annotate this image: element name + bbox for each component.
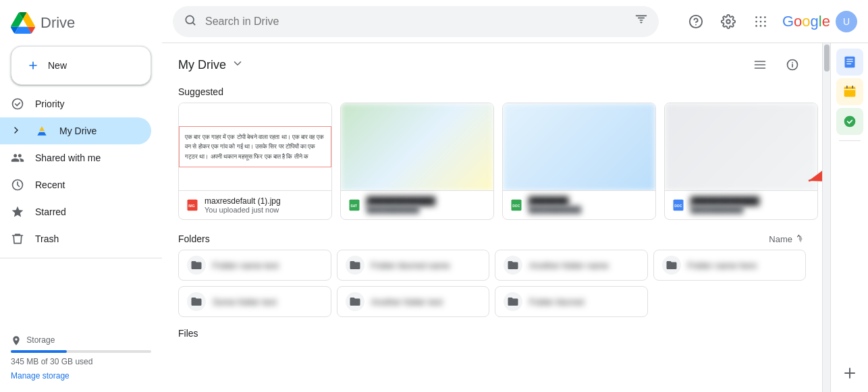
scrollbar-thumb[interactable] [824, 45, 830, 72]
search-bar[interactable] [173, 6, 659, 37]
sidebar-divider [0, 258, 162, 258]
search-input[interactable] [205, 16, 626, 28]
folder-color-icon-4 [662, 256, 681, 275]
sidebar-item-shared[interactable]: Shared with me [0, 144, 151, 171]
folder-item-6[interactable]: Another folder text [337, 286, 490, 317]
suggested-card-4[interactable]: DOC ████████████ ██████████ [664, 103, 818, 220]
app-name: Drive [40, 14, 75, 32]
card-file-info-4: ████████████ ██████████ [690, 196, 811, 214]
folder-item-3[interactable]: Another folder name [495, 250, 648, 281]
folder-item-5[interactable]: Some folder text [178, 286, 331, 317]
card-preview-1: एक बार एक गाहर में एक टोपी बेचने वाला रह… [179, 103, 331, 191]
folder-name-7: Folder blurred [529, 297, 584, 307]
card-filename-1: maxresdefault (1).jpg [205, 196, 325, 206]
folder-name-1: Folder name text [213, 260, 279, 271]
right-panel-docs-button[interactable] [836, 49, 863, 76]
folder-name-4: Folder name here [688, 260, 757, 271]
card-filename-3: ███████ [528, 196, 649, 206]
svg-text:DOC: DOC [512, 204, 520, 208]
settings-button[interactable] [715, 8, 742, 35]
folder-item-2[interactable]: Folder blurred name [337, 250, 490, 281]
sidebar-item-recent[interactable]: Recent [0, 171, 151, 198]
folder-name-6: Another folder text [371, 297, 443, 307]
card-footer-1: IMG maxresdefault (1).jpg You uploaded j… [179, 191, 331, 219]
svg-rect-25 [844, 57, 855, 68]
search-icon [184, 13, 197, 30]
check-circle-icon [11, 97, 24, 111]
card-subtitle-2: ██████████ [367, 206, 487, 214]
right-panel-tasks-button[interactable] [836, 108, 863, 135]
svg-point-9 [755, 20, 757, 22]
svg-point-8 [764, 16, 766, 18]
expand-icon [11, 125, 22, 138]
svg-point-13 [760, 25, 762, 27]
sidebar-item-starred[interactable]: Starred [0, 198, 151, 225]
folder-color-icon-5 [187, 292, 206, 311]
sidebar-item-trash[interactable]: Trash [0, 225, 151, 252]
folder-name-2: Folder blurred name [371, 260, 450, 271]
storage-label-text: Storage [26, 335, 55, 345]
sheet-icon-2: SHT [348, 198, 361, 212]
right-panel-calendar-button[interactable] [836, 78, 863, 105]
doc-icon-4: DOC [672, 198, 685, 212]
avatar[interactable]: U [836, 11, 857, 32]
folder-color-icon-6 [346, 292, 364, 311]
suggested-card-1[interactable]: एक बार एक गाहर में एक टोपी बेचने वाला रह… [178, 103, 332, 220]
drive-title: My Drive [178, 58, 226, 72]
card-footer-4: DOC ████████████ ██████████ [665, 191, 817, 219]
card-subtitle-1: You uploaded just now [205, 206, 325, 214]
drive-dropdown-icon[interactable] [232, 57, 244, 73]
help-button[interactable] [682, 8, 709, 35]
info-button[interactable] [779, 51, 806, 78]
suggested-row: एक बार एक गाहर में एक टोपी बेचने वाला रह… [162, 103, 822, 231]
svg-point-7 [760, 16, 762, 18]
google-logo: Google [782, 13, 830, 30]
card-filename-2: ████████████ [367, 196, 487, 206]
folder-item-7[interactable]: Folder blurred [495, 286, 648, 317]
list-view-button[interactable] [747, 51, 774, 78]
sort-control[interactable]: Name [769, 233, 806, 244]
svg-point-10 [760, 20, 762, 22]
drive-area: My Drive Suggested [162, 43, 868, 392]
recent-label: Recent [35, 179, 65, 190]
jpg-icon: IMG [186, 198, 199, 212]
people-icon [11, 151, 24, 165]
drive-main: My Drive Suggested [162, 43, 822, 392]
folder-name-5: Some folder text [213, 297, 277, 307]
new-button[interactable]: New [11, 46, 151, 85]
drive-header-bar: My Drive [162, 43, 822, 81]
storage-bar-background [11, 350, 151, 353]
storage-used-text: 345 MB of 30 GB used [11, 357, 151, 366]
files-label: Files [162, 323, 822, 341]
sidebar-item-my-drive[interactable]: My Drive [0, 117, 151, 144]
card-filename-4: ████████████ [690, 196, 811, 206]
apps-button[interactable] [747, 8, 774, 35]
folder-item-4[interactable]: Folder name here [653, 250, 807, 281]
folder-color-icon-7 [504, 292, 522, 311]
card-subtitle-3: ██████████ [528, 206, 649, 214]
main-content: Google U My Drive [162, 0, 868, 392]
drive-view-icons [747, 51, 806, 78]
svg-point-6 [755, 16, 757, 18]
svg-point-0 [13, 99, 23, 109]
folder-item-1[interactable]: Folder name text [178, 250, 331, 281]
suggested-card-2[interactable]: SHT ████████████ ██████████ [340, 103, 494, 220]
storage-section: Storage 345 MB of 30 GB used Manage stor… [0, 330, 162, 387]
manage-storage-link[interactable]: Manage storage [11, 371, 70, 381]
svg-rect-26 [844, 87, 855, 97]
right-panel-plus-button[interactable] [836, 360, 863, 387]
handwriting-preview: एक बार एक गाहर में एक टोपी बेचने वाला रह… [179, 126, 331, 167]
card-preview-4 [665, 103, 817, 191]
clock-icon [11, 178, 24, 192]
sidebar-item-priority[interactable]: Priority [0, 90, 151, 117]
storage-icon-label: Storage [11, 335, 151, 346]
suggested-card-3[interactable]: DOC ███████ ██████████ [502, 103, 656, 220]
search-filter-icon[interactable] [634, 13, 648, 30]
card-preview-2 [341, 103, 493, 191]
shared-label: Shared with me [35, 152, 101, 163]
sort-label-text: Name [769, 234, 792, 244]
starred-label: Starred [35, 206, 66, 217]
right-panel [830, 43, 868, 392]
scrollbar[interactable] [822, 43, 830, 392]
svg-point-14 [764, 25, 766, 27]
